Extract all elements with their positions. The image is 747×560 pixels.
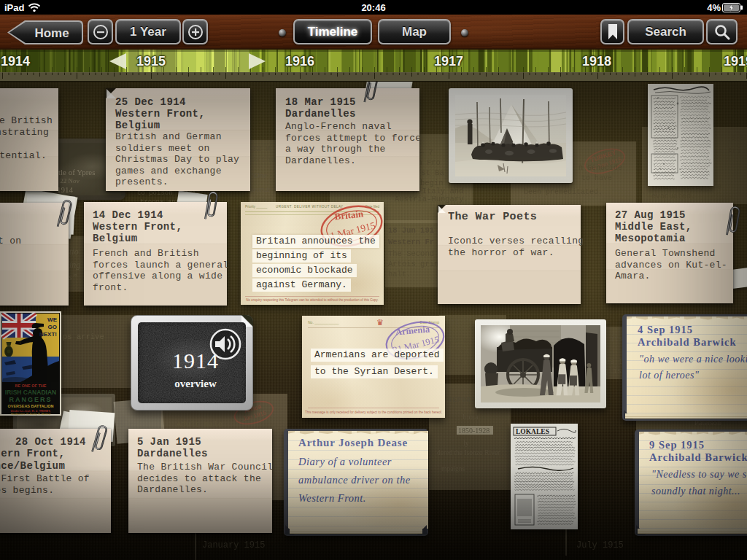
- svg-text:BE ONE OF THE: BE ONE OF THE: [15, 384, 47, 388]
- svg-text:Home: Home: [34, 26, 69, 40]
- svg-text:Armenia: Armenia: [395, 324, 430, 337]
- svg-text:RANGERS: RANGERS: [9, 396, 52, 403]
- svg-text:GO: GO: [48, 324, 57, 330]
- svg-text:1 Mar 1915: 1 Mar 1915: [329, 219, 376, 241]
- svg-text:Africa: Africa: [243, 402, 262, 414]
- svg-text:IRISH CANADIAN: IRISH CANADIAN: [5, 389, 56, 396]
- svg-text:NEXT!: NEXT!: [39, 331, 57, 338]
- svg-text:Jan 1915: Jan 1915: [242, 409, 268, 422]
- svg-text:OVERSEAS BATTALION: OVERSEAS BATTALION: [7, 404, 53, 408]
- svg-text:WE: WE: [47, 316, 58, 323]
- svg-text:Britain: Britain: [334, 208, 365, 222]
- svg-text:TURKEY: TURKEY: [589, 149, 617, 164]
- svg-text:Headquarters: 91 Stanley St. M: Headquarters: 91 Stanley St. Montreal: [11, 413, 51, 416]
- svg-text:14 Sep 1915: 14 Sep 1915: [589, 156, 622, 173]
- svg-text:31 Mar 1915: 31 Mar 1915: [392, 334, 440, 355]
- svg-text:LOKALES: LOKALES: [516, 428, 549, 435]
- svg-text:Under Lt.-Col. H. J. TRIHEY.: Under Lt.-Col. H. J. TRIHEY.: [11, 409, 51, 413]
